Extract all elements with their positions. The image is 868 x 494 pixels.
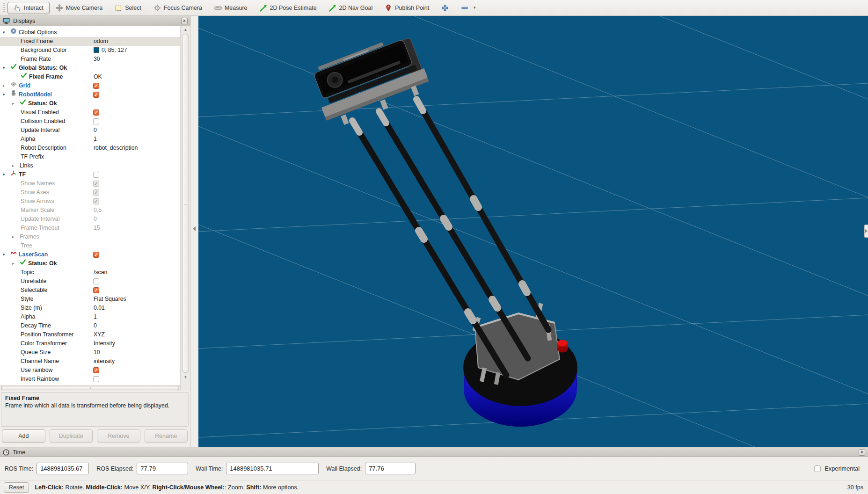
tree-row[interactable]: Position TransformerXYZ xyxy=(0,330,180,339)
tree-row[interactable]: Update Interval0 xyxy=(0,215,180,224)
tree-row[interactable]: Fixed FrameOK xyxy=(0,73,180,81)
tree-row[interactable]: Size (m)0.01 xyxy=(0,304,180,312)
tree-row[interactable]: ▾RobotModel✓ xyxy=(0,90,180,99)
scroll-up-icon[interactable]: ▲ xyxy=(181,28,190,32)
checkbox[interactable]: ✓ xyxy=(93,367,99,373)
scrollbar-thumb[interactable] xyxy=(1,386,179,390)
tree-row[interactable]: Show Arrows✓ xyxy=(0,197,180,206)
horizontal-scrollbar[interactable] xyxy=(0,385,180,391)
collapse-left-icon[interactable] xyxy=(193,226,196,231)
tree-row[interactable]: Unreliable xyxy=(0,277,180,286)
tree-row[interactable]: Show Axes✓ xyxy=(0,188,180,197)
tree-row[interactable]: Collision Enabled xyxy=(0,117,180,126)
interact-button[interactable]: Interact xyxy=(7,2,50,14)
displays-panel-header[interactable]: Displays × xyxy=(0,16,190,26)
collapse-expander-icon[interactable]: ▾ xyxy=(3,250,10,259)
scroll-down-icon[interactable]: ▼ xyxy=(181,375,190,379)
tree-row[interactable]: ▾Global Status: Ok xyxy=(0,64,180,73)
checkbox[interactable] xyxy=(93,118,99,124)
publish-point-button[interactable]: Publish Point xyxy=(379,2,435,14)
property-value[interactable]: 0 xyxy=(94,215,97,224)
property-value[interactable]: 0; 85; 127 xyxy=(94,46,127,55)
experimental-toggle[interactable]: Experimental xyxy=(814,465,863,472)
select-button[interactable]: Select xyxy=(109,2,147,14)
tree-row[interactable]: Color TransformerIntensity xyxy=(0,339,180,348)
tree-row[interactable]: ▾LaserScan✓ xyxy=(0,250,180,259)
tree-row[interactable]: Channel Nameintensity xyxy=(0,357,180,366)
panel-splitter[interactable] xyxy=(191,16,198,447)
remove-tool-button[interactable]: ▼ xyxy=(455,2,482,14)
tree-row[interactable]: Frame Timeout15 xyxy=(0,224,180,232)
tree-row[interactable]: ▸Grid✓ xyxy=(0,81,180,90)
tree-row[interactable]: Show Names✓ xyxy=(0,179,180,188)
property-value[interactable]: 0 xyxy=(94,321,97,330)
tree-row[interactable]: Topic/scan xyxy=(0,268,180,277)
reset-button[interactable]: Reset xyxy=(4,482,29,493)
checkbox[interactable]: ✓ xyxy=(93,109,99,116)
property-value[interactable]: 0.01 xyxy=(94,304,105,312)
tree-row[interactable]: Marker Scale0.5 xyxy=(0,206,180,215)
property-value[interactable]: 10 xyxy=(94,348,100,357)
tree-row[interactable]: StyleFlat Squares xyxy=(0,295,180,304)
property-value[interactable]: Flat Squares xyxy=(94,295,126,304)
ros-elapsed-input[interactable] xyxy=(137,463,188,474)
property-value[interactable]: robot_description xyxy=(94,144,138,153)
expand-expander-icon[interactable]: ▸ xyxy=(12,232,20,241)
property-value[interactable]: XYZ xyxy=(94,330,105,339)
add-button[interactable]: Add xyxy=(2,429,45,443)
3d-viewport[interactable] xyxy=(198,16,868,447)
tree-row[interactable]: Decay Time0 xyxy=(0,321,180,330)
collapse-expander-icon[interactable]: ▾ xyxy=(3,170,10,179)
tree-row[interactable]: Background Color0; 85; 127 xyxy=(0,46,180,55)
expand-expander-icon[interactable]: ▸ xyxy=(12,99,20,108)
checkbox[interactable]: ✓ xyxy=(93,252,99,258)
collapse-expander-icon[interactable]: ▾ xyxy=(3,64,10,73)
wall-elapsed-input[interactable] xyxy=(365,463,416,474)
property-value[interactable]: 1 xyxy=(94,312,97,321)
nav-goal-button[interactable]: 2D Nav Goal xyxy=(323,2,379,14)
tree-row[interactable]: ▾TF xyxy=(0,170,180,179)
chevron-down-icon[interactable]: ▼ xyxy=(473,6,476,10)
tree-row[interactable]: ▸Links xyxy=(0,161,180,170)
property-value[interactable]: 0 xyxy=(94,126,97,135)
collapse-right-handle[interactable] xyxy=(864,225,868,238)
collapse-expander-icon[interactable]: ▾ xyxy=(3,90,10,99)
property-value[interactable]: /scan xyxy=(94,268,107,277)
add-tool-button[interactable] xyxy=(435,2,455,14)
expand-expander-icon[interactable]: ▸ xyxy=(3,81,10,90)
checkbox[interactable]: ✓ xyxy=(93,287,99,293)
tree-row[interactable]: Robot Descriptionrobot_description xyxy=(0,144,180,153)
collapse-expander-icon[interactable]: ▾ xyxy=(3,28,10,37)
tree-row[interactable]: Alpha1 xyxy=(0,312,180,321)
property-value[interactable]: Intensity xyxy=(94,339,115,348)
vertical-scrollbar[interactable]: ▲ ▼ xyxy=(180,26,190,391)
experimental-checkbox[interactable] xyxy=(814,465,821,472)
checkbox[interactable]: ✓ xyxy=(93,83,99,89)
checkbox[interactable]: ✓ xyxy=(93,92,99,98)
tree-row[interactable]: ▸Status: Ok xyxy=(0,99,180,108)
close-icon[interactable]: × xyxy=(181,18,188,24)
tree-row[interactable]: TF Prefix xyxy=(0,153,180,161)
focus-camera-button[interactable]: Focus Camera xyxy=(147,2,208,14)
expand-expander-icon[interactable]: ▸ xyxy=(12,259,20,268)
expand-expander-icon[interactable]: ▸ xyxy=(12,161,20,170)
toolbar-drag-handle[interactable] xyxy=(2,3,6,13)
pose-estimate-button[interactable]: 2D Pose Estimate xyxy=(254,2,323,14)
tree-row[interactable]: Alpha1 xyxy=(0,135,180,144)
tree-row[interactable]: Fixed Frameodom xyxy=(0,37,180,46)
tree-row[interactable]: Visual Enabled✓ xyxy=(0,108,180,117)
close-icon[interactable]: × xyxy=(859,449,865,456)
checkbox[interactable] xyxy=(93,172,99,178)
property-value[interactable]: 1 xyxy=(94,135,97,144)
tree-row[interactable]: ▸Frames xyxy=(0,232,180,241)
ros-time-input[interactable] xyxy=(36,463,89,474)
property-value[interactable]: intensity xyxy=(94,357,115,366)
tree-row[interactable]: Update Interval0 xyxy=(0,126,180,135)
time-panel-header[interactable]: Time × xyxy=(0,448,868,457)
property-value[interactable]: 30 xyxy=(94,55,100,64)
wall-time-input[interactable] xyxy=(226,463,319,474)
tree-row[interactable]: ▾Global Options xyxy=(0,28,180,37)
tree-row[interactable]: Selectable✓ xyxy=(0,286,180,295)
scrollbar-thumb[interactable] xyxy=(182,34,189,373)
property-value[interactable]: odom xyxy=(94,37,108,46)
